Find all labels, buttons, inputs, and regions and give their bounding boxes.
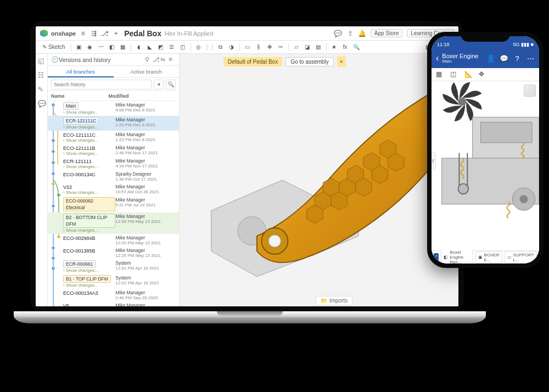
history-row[interactable]: ECO-121111B› Show changes...Mike Manager… bbox=[48, 144, 179, 157]
left-rail: ◱ ☷ ✎ 💬 bbox=[36, 54, 48, 306]
banner-close-icon[interactable]: × bbox=[337, 56, 346, 67]
branch-icon[interactable]: ⎇ bbox=[101, 30, 109, 37]
history-row[interactable]: B1 - TOP CLIP DFM› Show changes...System… bbox=[48, 274, 179, 289]
sm-flange-icon[interactable]: ◪ bbox=[303, 43, 312, 52]
shell-icon[interactable]: ◫ bbox=[178, 43, 187, 52]
helix-icon[interactable]: § bbox=[254, 43, 263, 52]
laptop-screen: onshape ≡ ⇶ ⎇ + Pedal Box Hex In-Fill Ap… bbox=[30, 21, 464, 312]
view-cube-icon[interactable] bbox=[524, 85, 536, 97]
config-icon[interactable]: ☷ bbox=[38, 71, 46, 79]
app-store-button[interactable]: App Store bbox=[371, 29, 402, 37]
show-changes-link[interactable]: › Show changes... bbox=[63, 268, 115, 273]
chat-icon[interactable]: 💬 bbox=[500, 54, 508, 63]
back-icon[interactable]: ‹ bbox=[436, 53, 439, 63]
loft-icon[interactable]: ◧ bbox=[108, 43, 116, 52]
revolve-icon[interactable]: ◉ bbox=[86, 43, 94, 52]
cube-icon[interactable]: ◱ bbox=[38, 57, 46, 65]
compare-icon[interactable]: ⇋ bbox=[160, 56, 168, 64]
comments-icon[interactable]: ✎ bbox=[38, 86, 46, 93]
share-icon[interactable]: ⇪ bbox=[346, 30, 354, 37]
status-signal: 5G ▮▮▮ ■ bbox=[513, 42, 534, 47]
tab-all-branches[interactable]: All branches bbox=[48, 66, 114, 77]
go-to-assembly-button[interactable]: Go to assembly bbox=[285, 57, 333, 66]
transform-icon[interactable]: ✥ bbox=[265, 43, 274, 52]
history-row[interactable]: ECR-121111› Show changes...Mike Manager4… bbox=[48, 157, 179, 170]
tab-support[interactable]: ▭ SUPPORT L... bbox=[505, 251, 537, 264]
viewport-3d[interactable]: Default of Pedal Box Go to assembly × 📁 … bbox=[180, 54, 458, 306]
history-row[interactable]: ECO-000062 ElectricalMike Manager5:21 PM… bbox=[48, 196, 179, 212]
history-list[interactable]: Main› Show changes...Mike Manager4:08 PM… bbox=[48, 101, 179, 306]
chamfer-icon[interactable]: ◣ bbox=[145, 43, 154, 52]
history-row[interactable]: V22› Show changes...Mike Manager10:57 AM… bbox=[48, 183, 179, 196]
chevron-up-icon[interactable]: ˄ bbox=[434, 253, 439, 262]
boolean-icon[interactable]: ◑ bbox=[227, 43, 236, 52]
history-row[interactable]: ECO-002984BMike Manager12:29 PM May 13 2… bbox=[48, 234, 179, 247]
sm-tab-icon[interactable]: ▤ bbox=[314, 43, 323, 52]
history-row[interactable]: B2 - BOTTOM CLIP DFM› Show changes...Mik… bbox=[48, 212, 179, 234]
search-icon[interactable]: 🔍 bbox=[166, 80, 176, 89]
search-tool-icon[interactable]: 🔍 bbox=[352, 43, 361, 52]
show-changes-link[interactable]: › Show changes... bbox=[63, 125, 115, 130]
history-row[interactable]: V5› Show changes...Mike Manager1:53 PM S… bbox=[48, 301, 179, 306]
draft-icon[interactable]: ◩ bbox=[156, 43, 165, 52]
extrude-icon[interactable]: ▣ bbox=[75, 43, 83, 52]
show-changes-link[interactable]: › Show changes... bbox=[63, 138, 115, 143]
sm-icon[interactable]: ▱ bbox=[292, 43, 301, 52]
history-row[interactable]: ECR-000661› Show changes...System11:01 P… bbox=[48, 259, 179, 274]
tree-icon[interactable]: ⇶ bbox=[90, 30, 98, 37]
imports-tab[interactable]: 📁 Imports bbox=[316, 296, 352, 305]
variables-icon[interactable]: fx bbox=[341, 43, 350, 52]
show-changes-link[interactable]: › Show changes... bbox=[63, 190, 115, 195]
col-modified: Modified bbox=[108, 93, 176, 99]
measure-icon[interactable]: 📐 bbox=[464, 70, 473, 79]
mobile-title: Boxer Engine bbox=[442, 53, 478, 59]
default-banner: Default of Pedal Box Go to assembly × bbox=[223, 56, 346, 67]
user-icon[interactable]: 👤 bbox=[486, 54, 495, 63]
help-icon[interactable]: ? bbox=[513, 54, 522, 63]
history-row[interactable]: ECR-121111C› Show changes...Mike Manager… bbox=[48, 116, 179, 131]
section-icon[interactable]: ◫ bbox=[450, 70, 459, 79]
hole-icon[interactable]: ◎ bbox=[194, 43, 203, 52]
history-row[interactable]: ECO-000134A3Mike Manager2:46 PM Sep 28 2… bbox=[48, 289, 179, 301]
sweep-icon[interactable]: 〰 bbox=[97, 43, 105, 52]
menu-icon[interactable]: ≡ bbox=[79, 30, 87, 37]
custom-icon[interactable]: ★ bbox=[330, 43, 339, 52]
show-changes-link[interactable]: › Show changes... bbox=[63, 151, 115, 156]
branch-create-icon[interactable]: ⎇ bbox=[153, 56, 160, 64]
fillet-icon[interactable]: ◖ bbox=[135, 43, 143, 52]
add-icon[interactable]: + bbox=[112, 30, 120, 37]
filter-icon[interactable]: ⚲ bbox=[145, 56, 153, 64]
thicken-icon[interactable]: ▦ bbox=[119, 43, 127, 52]
rib-icon[interactable]: ☰ bbox=[167, 43, 176, 52]
history-row[interactable]: ECO-121111C› Show changes...Mike Manager… bbox=[48, 131, 179, 144]
tab-active-branch[interactable]: Active branch bbox=[114, 66, 180, 77]
pattern-icon[interactable]: ⋮⋮ bbox=[205, 43, 214, 52]
more-icon[interactable]: ⋯ bbox=[526, 54, 535, 63]
delete-icon[interactable]: ✂ bbox=[276, 43, 285, 52]
chat-icon[interactable]: 💬 bbox=[334, 30, 342, 37]
search-dropdown-icon[interactable]: ▾ bbox=[154, 80, 164, 89]
show-changes-link[interactable]: › Show changes... bbox=[63, 164, 115, 169]
plane-icon[interactable]: ▭ bbox=[243, 43, 252, 52]
show-changes-link[interactable]: › Show changes... bbox=[63, 283, 115, 288]
close-icon[interactable]: ✕ bbox=[168, 56, 176, 64]
mirror-icon[interactable]: ⧉ bbox=[216, 43, 225, 52]
status-time: 11:18 bbox=[437, 42, 450, 47]
history-row[interactable]: ECO-000134CSprarky Designer1:30 PM Oct 2… bbox=[48, 170, 179, 183]
chat-rail-icon[interactable]: 💬 bbox=[38, 100, 46, 108]
sketch-tool[interactable]: ✎ Sketch bbox=[40, 44, 68, 50]
views-icon[interactable]: ▦ bbox=[436, 70, 445, 79]
timestamp: 5:21 PM Jul 22 2021 bbox=[115, 203, 177, 208]
explode-icon[interactable]: ✥ bbox=[479, 70, 488, 79]
panel-handle-icon[interactable]: ⦀ bbox=[432, 152, 436, 170]
show-changes-link[interactable]: › Show changes... bbox=[63, 228, 115, 233]
tab-boxer[interactable]: ▣ BOXER E... bbox=[475, 251, 502, 264]
bell-icon[interactable]: 🔔 bbox=[358, 30, 366, 37]
tab-render[interactable]: ◧ Boxer Engine Ren... bbox=[441, 249, 473, 264]
mobile-viewport[interactable]: ⦀ bbox=[432, 81, 539, 250]
history-row[interactable]: ECO-001385BMike Manager12:25 PM May 13 2… bbox=[48, 247, 179, 259]
show-changes-link[interactable]: › Show changes... bbox=[63, 110, 115, 115]
author: Mike Manager bbox=[115, 248, 177, 253]
history-row[interactable]: Main› Show changes...Mike Manager4:08 PM… bbox=[48, 101, 179, 116]
search-input[interactable] bbox=[51, 80, 152, 89]
